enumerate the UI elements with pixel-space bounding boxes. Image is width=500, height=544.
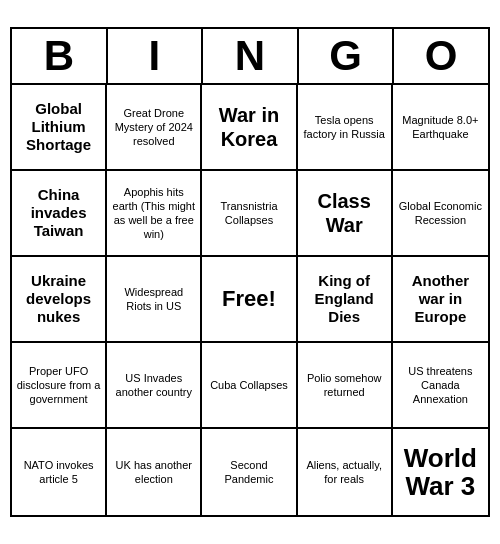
header-i: I [108, 29, 204, 83]
bingo-cell-4[interactable]: Magnitude 8.0+ Earthquake [393, 85, 488, 171]
cell-text-9: Global Economic Recession [397, 199, 484, 228]
bingo-cell-9[interactable]: Global Economic Recession [393, 171, 488, 257]
bingo-cell-19[interactable]: US threatens Canada Annexation [393, 343, 488, 429]
header-o: O [394, 29, 488, 83]
bingo-cell-21[interactable]: UK has another election [107, 429, 202, 515]
cell-text-21: UK has another election [111, 458, 196, 487]
bingo-cell-6[interactable]: Apophis hits earth (This might as well b… [107, 171, 202, 257]
cell-text-23: Aliens, actually, for reals [302, 458, 387, 487]
cell-text-3: Tesla opens factory in Russia [302, 113, 387, 142]
bingo-cell-14[interactable]: Another war in Europe [393, 257, 488, 343]
header-g: G [299, 29, 395, 83]
cell-text-8: Class War [302, 189, 387, 237]
bingo-cell-5[interactable]: China invades Taiwan [12, 171, 107, 257]
bingo-cell-3[interactable]: Tesla opens factory in Russia [298, 85, 393, 171]
bingo-cell-17[interactable]: Cuba Collapses [202, 343, 297, 429]
bingo-cell-23[interactable]: Aliens, actually, for reals [298, 429, 393, 515]
cell-text-20: NATO invokes article 5 [16, 458, 101, 487]
bingo-cell-24[interactable]: World War 3 [393, 429, 488, 515]
cell-text-14: Another war in Europe [397, 272, 484, 326]
cell-text-24: World War 3 [397, 444, 484, 501]
bingo-cell-22[interactable]: Second Pandemic [202, 429, 297, 515]
cell-text-17: Cuba Collapses [210, 378, 288, 392]
cell-text-10: Ukraine develops nukes [16, 272, 101, 326]
bingo-cell-18[interactable]: Polio somehow returned [298, 343, 393, 429]
bingo-grid: Global Lithium ShortageGreat Drone Myste… [12, 85, 488, 515]
bingo-cell-10[interactable]: Ukraine develops nukes [12, 257, 107, 343]
bingo-cell-11[interactable]: Widespread Riots in US [107, 257, 202, 343]
cell-text-15: Proper UFO disclosure from a government [16, 364, 101, 407]
cell-text-2: War in Korea [206, 103, 291, 151]
bingo-card: B I N G O Global Lithium ShortageGreat D… [10, 27, 490, 517]
cell-text-12: Free! [222, 285, 276, 314]
bingo-cell-7[interactable]: Transnistria Collapses [202, 171, 297, 257]
bingo-cell-2[interactable]: War in Korea [202, 85, 297, 171]
bingo-header: B I N G O [12, 29, 488, 85]
bingo-cell-16[interactable]: US Invades another country [107, 343, 202, 429]
cell-text-0: Global Lithium Shortage [16, 100, 101, 154]
cell-text-22: Second Pandemic [206, 458, 291, 487]
bingo-cell-13[interactable]: King of England Dies [298, 257, 393, 343]
cell-text-1: Great Drone Mystery of 2024 resolved [111, 106, 196, 149]
cell-text-7: Transnistria Collapses [206, 199, 291, 228]
cell-text-18: Polio somehow returned [302, 371, 387, 400]
cell-text-5: China invades Taiwan [16, 186, 101, 240]
cell-text-13: King of England Dies [302, 272, 387, 326]
header-b: B [12, 29, 108, 83]
bingo-cell-1[interactable]: Great Drone Mystery of 2024 resolved [107, 85, 202, 171]
bingo-cell-20[interactable]: NATO invokes article 5 [12, 429, 107, 515]
cell-text-19: US threatens Canada Annexation [397, 364, 484, 407]
cell-text-4: Magnitude 8.0+ Earthquake [397, 113, 484, 142]
bingo-cell-12[interactable]: Free! [202, 257, 297, 343]
cell-text-11: Widespread Riots in US [111, 285, 196, 314]
cell-text-6: Apophis hits earth (This might as well b… [111, 185, 196, 242]
bingo-cell-8[interactable]: Class War [298, 171, 393, 257]
bingo-cell-0[interactable]: Global Lithium Shortage [12, 85, 107, 171]
header-n: N [203, 29, 299, 83]
bingo-cell-15[interactable]: Proper UFO disclosure from a government [12, 343, 107, 429]
cell-text-16: US Invades another country [111, 371, 196, 400]
